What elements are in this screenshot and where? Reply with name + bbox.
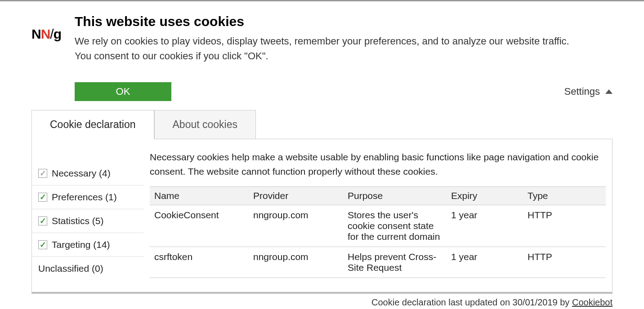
- category-label: Preferences (1): [52, 192, 117, 203]
- cell-provider: nngroup.com: [249, 205, 343, 247]
- category-unclassified[interactable]: Unclassified (0): [32, 257, 143, 280]
- cell-name: CookieConsent: [150, 205, 249, 247]
- category-label: Unclassified (0): [38, 263, 103, 274]
- checkbox-statistics[interactable]: [38, 216, 47, 225]
- cell-name: csrftoken: [150, 247, 249, 278]
- settings-label: Settings: [564, 86, 600, 97]
- category-targeting[interactable]: Targeting (14): [32, 233, 143, 257]
- th-expiry: Expiry: [447, 187, 523, 205]
- category-label: Necessary (4): [52, 168, 111, 179]
- category-preferences[interactable]: Preferences (1): [32, 185, 143, 209]
- logo-g: g: [54, 26, 61, 41]
- logo-n1: N: [31, 26, 41, 41]
- cookiebot-link[interactable]: Cookiebot: [572, 297, 613, 307]
- th-type: Type: [523, 187, 606, 205]
- category-necessary[interactable]: Necessary (4): [32, 162, 143, 185]
- category-description: Necessary cookies help make a website us…: [150, 150, 606, 178]
- logo-n2: N: [41, 26, 50, 41]
- checkbox-necessary: [38, 169, 47, 178]
- tab-about-cookies[interactable]: About cookies: [154, 110, 256, 139]
- cell-type: HTTP: [523, 205, 606, 247]
- chevron-up-icon: [605, 89, 613, 94]
- cell-provider: nngroup.com: [249, 247, 343, 278]
- checkbox-preferences[interactable]: [38, 193, 47, 202]
- cell-expiry: 1 year: [447, 247, 523, 278]
- tab-cookie-declaration[interactable]: Cookie declaration: [31, 110, 154, 139]
- dialog-description: We rely on cookies to play videos, displ…: [75, 34, 578, 63]
- th-name: Name: [150, 187, 249, 205]
- logo: NN/g: [31, 26, 61, 42]
- category-statistics[interactable]: Statistics (5): [32, 209, 143, 233]
- category-list: Necessary (4) Preferences (1) Statistics…: [32, 139, 143, 292]
- cell-purpose: Helps prevent Cross-Site Request: [343, 247, 447, 278]
- table-row: CookieConsent nngroup.com Stores the use…: [150, 205, 606, 247]
- footer-text: Cookie declaration last updated on 30/01…: [0, 297, 613, 308]
- category-label: Statistics (5): [52, 216, 104, 226]
- settings-toggle[interactable]: Settings: [564, 86, 613, 97]
- category-label: Targeting (14): [52, 239, 110, 250]
- cell-type: HTTP: [523, 247, 606, 278]
- th-purpose: Purpose: [343, 187, 447, 205]
- footer-prefix: Cookie declaration last updated on 30/01…: [371, 297, 572, 307]
- checkbox-targeting[interactable]: [38, 240, 47, 249]
- cell-expiry: 1 year: [447, 205, 523, 247]
- dialog-title: This website uses cookies: [75, 14, 626, 29]
- th-provider: Provider: [249, 187, 343, 205]
- logo-slash: /: [50, 26, 53, 41]
- cell-purpose: Stores the user's cookie consent state f…: [343, 205, 447, 247]
- table-row: csrftoken nngroup.com Helps prevent Cros…: [150, 247, 606, 278]
- cookie-table: Name Provider Purpose Expiry Type Cookie…: [150, 186, 606, 278]
- ok-button[interactable]: OK: [75, 82, 171, 101]
